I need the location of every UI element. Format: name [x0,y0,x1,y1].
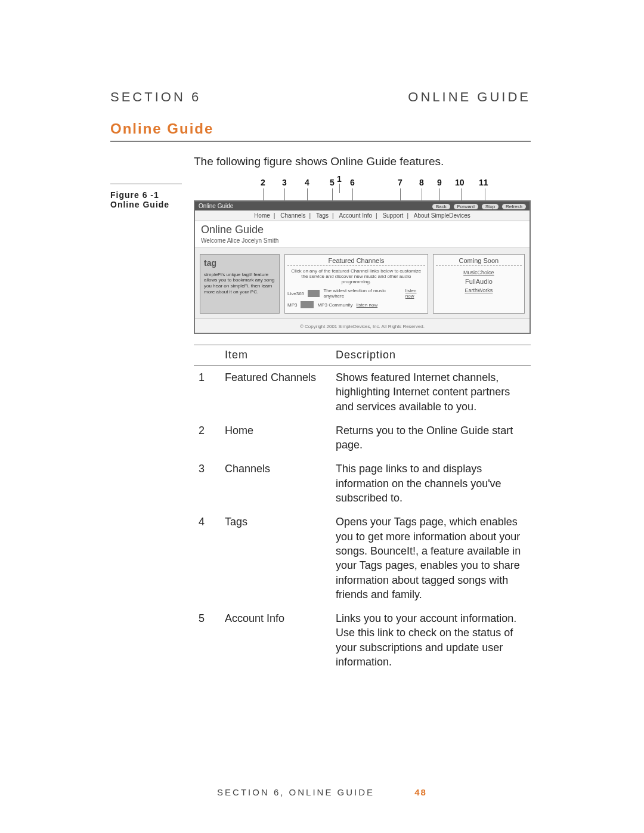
coming-soon-link-3[interactable]: EarthWorks [436,287,522,293]
featured-panel: Featured Channels Click on any of the fe… [284,254,428,314]
row-num: 1 [194,366,220,419]
th-item: Item [220,345,331,366]
logo-icon [308,290,320,297]
table-row: 2 Home Returns you to the Online Guide s… [194,419,531,457]
toolbar-stop-button[interactable]: Stop [482,204,499,209]
toolbar-forward-button[interactable]: Forward [454,204,478,209]
figure-caption-line1: Figure 6 -1 [110,190,194,200]
coming-soon-title: Coming Soon [436,257,522,266]
callout-11: 11 [479,178,488,187]
featured-row1-name: Live365 [287,291,304,296]
row-desc: Returns you to the Online Guide start pa… [331,419,531,457]
nav-channels[interactable]: Channels [280,212,305,219]
th-desc: Description [331,345,531,366]
callout-strip: 1 2 3 4 5 6 7 8 9 10 11 [194,178,531,200]
running-head: SECTION 6 ONLINE GUIDE [110,89,531,105]
page: SECTION 6 ONLINE GUIDE Online Guide Figu… [0,0,644,833]
nav-support[interactable]: Support [382,212,403,219]
figure-caption-line2: Online Guide [110,200,194,209]
callout-3: 3 [282,178,287,187]
table-row: 3 Channels This page links to and displa… [194,457,531,510]
nav-home[interactable]: Home [254,212,270,219]
callout-6: 6 [350,178,355,187]
row-desc: Opens your Tags page, which enables you … [331,510,531,606]
window-title: Online Guide [199,203,233,209]
section-label: SECTION 6 [110,89,201,105]
table-row: 4 Tags Opens your Tags page, which enabl… [194,510,531,606]
nav-account[interactable]: Account Info [339,212,372,219]
callout-10: 10 [455,178,465,187]
screenshot-copyright: © Copyright 2001 SimpleDevices, Inc. All… [195,318,530,333]
row-num: 5 [194,606,220,674]
coming-soon-link-1[interactable]: MusicChoice [436,270,522,275]
item-description-table: Item Description 1 Featured Channels Sho… [194,345,531,674]
featured-row2-name: MP3 [287,302,297,308]
page-footer: SECTION 6, ONLINE GUIDE 48 [0,787,644,797]
callout-9: 9 [437,178,442,187]
intro-text: The following figure shows Online Guide … [194,155,531,168]
callout-8: 8 [419,178,424,187]
page-heading: Online Guide [110,120,531,137]
figure-wrapper: 1 2 3 4 5 6 7 8 9 10 11 [194,178,531,334]
row-name: Featured Channels [220,366,331,419]
table-row: 1 Featured Channels Shows featured Inter… [194,366,531,419]
row-name: Tags [220,510,331,606]
page-number: 48 [414,787,427,797]
row-desc: This page links to and displays informat… [331,457,531,510]
table-row: 5 Account Info Links you to your account… [194,606,531,674]
callout-7: 7 [398,178,402,187]
featured-panel-title: Featured Channels [287,257,425,266]
coming-soon-item-2: FullAudio [436,278,522,285]
row-num: 3 [194,457,220,510]
heading-rule [110,141,531,142]
row-num: 4 [194,510,220,606]
row-name: Home [220,419,331,457]
caption-rule [110,184,182,184]
featured-row2-desc: MP3 Community [317,302,352,308]
figure-caption-block: Figure 6 -1 Online Guide [110,155,194,674]
nav-about[interactable]: About SimpleDevices [414,212,470,219]
callout-5: 5 [330,178,335,187]
footer-text: SECTION 6, ONLINE GUIDE [217,787,374,797]
tag-panel-blurb: simpleFi's unique tagit! feature allows … [204,272,274,295]
featured-row2-link[interactable]: listen now [357,302,378,308]
featured-panel-blurb: Click on any of the featured Channel lin… [287,268,425,284]
screenshot-page-title: Online Guide [195,221,530,236]
row-name: Channels [220,457,331,510]
nav-tags[interactable]: Tags [316,212,329,219]
toolbar-refresh-button[interactable]: Refresh [502,204,526,209]
callout-2: 2 [261,178,265,187]
welcome-text: Welcome Alice Jocelyn Smith [195,236,530,248]
callout-1: 1 [337,174,342,184]
logo-icon [301,301,314,308]
toolbar-back-button[interactable]: Back [432,204,450,209]
tag-panel-title: tag [204,258,275,268]
screenshot: Online Guide Back Forward Stop Refresh H… [194,200,531,334]
tag-panel: tag simpleFi's unique tagit! feature all… [200,254,280,314]
window-titlebar: Online Guide Back Forward Stop Refresh [195,202,530,210]
nav-row: Home| Channels| Tags| Account Info| Supp… [195,210,530,221]
featured-row-2: MP3 MP3 Community listen now [287,301,425,308]
row-num: 2 [194,419,220,457]
featured-row1-link[interactable]: listen now [405,288,425,299]
section-right-label: ONLINE GUIDE [408,89,531,105]
coming-soon-panel: Coming Soon MusicChoice FullAudio EarthW… [433,254,525,314]
featured-row1-desc: The widest selection of music anywhere [323,288,401,299]
row-desc: Links you to your account information. U… [331,606,531,674]
row-name: Account Info [220,606,331,674]
featured-row-1: Live365 The widest selection of music an… [287,288,425,299]
panels-row: tag simpleFi's unique tagit! feature all… [195,248,530,318]
callout-4: 4 [305,178,309,187]
row-desc: Shows featured Internet channels, highli… [331,366,531,419]
